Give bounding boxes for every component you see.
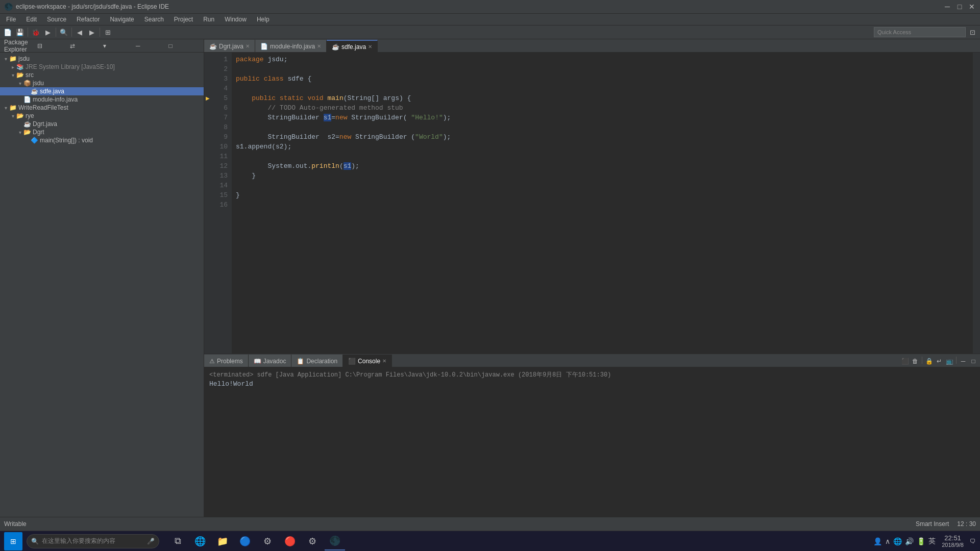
pkg-maximize-button[interactable]: □: [169, 42, 200, 49]
tree-item-jsdu-pkg[interactable]: ▾ 📦 jsdu: [0, 79, 204, 87]
quick-access-input[interactable]: Quick Access: [874, 27, 966, 37]
menu-refactor[interactable]: Refactor: [72, 15, 104, 24]
new-button[interactable]: 📄: [2, 27, 13, 38]
tab-sdfe[interactable]: ☕ sdfe.java ✕: [327, 40, 378, 52]
ln-5: 5: [211, 93, 228, 103]
tree-item-rye[interactable]: ▾ 📂 rye: [0, 112, 204, 120]
tree-item-src[interactable]: ▾ 📂 src: [0, 71, 204, 79]
console-clear-btn[interactable]: 🗑: [911, 357, 920, 366]
console-maximize-btn[interactable]: □: [969, 357, 978, 366]
back-button[interactable]: ◀: [74, 27, 85, 38]
collapse-all-button[interactable]: ⊟: [37, 42, 68, 49]
menu-source[interactable]: Source: [43, 15, 70, 24]
debug-button[interactable]: 🐞: [30, 27, 41, 38]
taskbar-ie-icon[interactable]: 🔵: [235, 532, 255, 550]
menu-search[interactable]: Search: [140, 15, 168, 24]
network-icon[interactable]: 🌐: [893, 537, 902, 545]
menu-window[interactable]: Window: [220, 15, 251, 24]
close-button[interactable]: ✕: [968, 3, 976, 11]
taskbar-explorer-icon[interactable]: 📁: [212, 532, 233, 550]
tree-item-dgrt-folder[interactable]: ▾ 📂 Dgrt: [0, 128, 204, 136]
tab-sdfe-close[interactable]: ✕: [368, 44, 372, 49]
dgrt-java-label: Dgrt.java: [33, 120, 57, 128]
save-button[interactable]: 💾: [14, 27, 26, 38]
menu-file[interactable]: File: [2, 15, 20, 24]
perspectives-btn[interactable]: ⊡: [967, 27, 978, 38]
pkg-menu-button[interactable]: ▾: [103, 42, 134, 49]
tab-dgrt-close[interactable]: ✕: [246, 43, 250, 49]
lang-indicator[interactable]: 英: [928, 537, 936, 546]
console-minimize-btn[interactable]: ─: [959, 357, 968, 366]
tab-console[interactable]: ⬛ Console ✕: [343, 355, 392, 367]
taskbar-eclipse-icon[interactable]: 🌑: [325, 532, 345, 550]
tree-item-writeread[interactable]: ▾ 📁 WriteReadFileTest: [0, 104, 204, 112]
tab-declaration[interactable]: 📋 Declaration: [291, 355, 343, 367]
console-word-wrap-btn[interactable]: ↵: [935, 357, 944, 366]
taskbar-app1-icon[interactable]: ⚙: [257, 532, 278, 550]
expand-arrow-dgrt[interactable]: ▾: [16, 130, 23, 135]
link-with-editor-button[interactable]: ⇄: [70, 42, 101, 49]
problems-icon: ⚠: [209, 358, 215, 365]
chevron-up-icon[interactable]: ∧: [885, 537, 890, 545]
person-icon[interactable]: 👤: [873, 537, 882, 545]
tab-module-close[interactable]: ✕: [317, 43, 321, 49]
writeread-project-icon: 📁: [9, 104, 17, 111]
search-button[interactable]: 🔍: [58, 27, 69, 38]
tree-item-module-info[interactable]: 📄 module-info.java: [0, 95, 204, 104]
expand-arrow-jsdu-pkg[interactable]: ▾: [16, 81, 23, 86]
maximize-button[interactable]: □: [955, 3, 964, 11]
project-icon: 📁: [9, 55, 17, 62]
tab-problems[interactable]: ⚠ Problems: [204, 355, 249, 367]
tab-sdfe-label: sdfe.java: [341, 43, 366, 51]
speaker-icon[interactable]: 🔊: [905, 537, 914, 545]
tab-declaration-label: Declaration: [306, 358, 337, 365]
taskbar-edge-icon[interactable]: 🌐: [190, 532, 210, 550]
tree-item-jsdu-project[interactable]: ▾ 📁 jsdu: [0, 55, 204, 63]
tab-console-close[interactable]: ✕: [382, 358, 386, 364]
ln-4: 4: [211, 84, 228, 93]
tab-sdfe-icon: ☕: [332, 43, 339, 51]
taskbar-search-box[interactable]: 🔍 在这里输入你要搜索的内容 🎤: [27, 534, 159, 548]
menu-run[interactable]: Run: [199, 15, 218, 24]
dgrt-java-icon: ☕: [23, 120, 31, 128]
expand-arrow-src[interactable]: ▾: [9, 72, 16, 78]
expand-arrow-jre[interactable]: ▸: [9, 64, 16, 70]
tree-item-jre-lib[interactable]: ▸ 📚 JRE System Library [JavaSE-10]: [0, 63, 204, 71]
tree-item-sdfe[interactable]: ☕ sdfe.java: [0, 87, 204, 95]
console-new-console-btn[interactable]: 📺: [945, 357, 954, 366]
pkg-minimize-button[interactable]: ─: [136, 42, 167, 49]
status-insert-mode: Smart Insert: [916, 520, 949, 528]
battery-icon[interactable]: 🔋: [917, 537, 925, 545]
menu-project[interactable]: Project: [170, 15, 197, 24]
package-explorer-title: Package Explorer: [4, 39, 35, 53]
ln-11: 11: [211, 152, 228, 161]
menu-help[interactable]: Help: [253, 15, 274, 24]
start-button[interactable]: ⊞: [4, 532, 22, 550]
forward-button[interactable]: ▶: [86, 27, 97, 38]
minimize-button[interactable]: ─: [943, 3, 951, 11]
tab-module[interactable]: 📄 module-info.java ✕: [255, 40, 327, 52]
menu-edit[interactable]: Edit: [22, 15, 41, 24]
window-title: eclipse-workspace - jsdu/src/jsdu/sdfe.j…: [16, 3, 943, 10]
expand-arrow-jsdu[interactable]: ▾: [2, 56, 9, 62]
run-button[interactable]: ▶: [42, 27, 54, 38]
taskbar-app2-icon[interactable]: 🔴: [280, 532, 300, 550]
code-editor-content[interactable]: package jsdu; public class sdfe { public…: [232, 53, 973, 354]
tree-item-main-method[interactable]: 🔷 main(String[]) : void: [0, 136, 204, 144]
system-icons: 👤 ∧ 🌐 🔊 🔋 英: [873, 537, 936, 546]
tree-item-dgrt-java[interactable]: ☕ Dgrt.java: [0, 120, 204, 128]
tab-dgrt[interactable]: ☕ Dgrt.java ✕: [204, 40, 255, 52]
expand-arrow-writeread[interactable]: ▾: [2, 105, 9, 111]
notification-icon[interactable]: 🗨: [970, 538, 976, 545]
console-scroll-lock-btn[interactable]: 🔒: [924, 357, 934, 366]
expand-arrow-rye[interactable]: ▾: [9, 113, 16, 119]
console-stop-btn[interactable]: ⬛: [900, 357, 910, 366]
tab-javadoc[interactable]: 📖 Javadoc: [249, 355, 292, 367]
tab-dgrt-label: Dgrt.java: [219, 43, 243, 50]
annot-1: [204, 55, 211, 64]
taskbar-settings-icon[interactable]: ⚙: [302, 532, 323, 550]
perspective-button[interactable]: ⊞: [102, 27, 113, 38]
taskbar-task-view[interactable]: ⧉: [167, 532, 188, 550]
menu-navigate[interactable]: Navigate: [106, 15, 138, 24]
taskbar-clock[interactable]: 22:51 2018/9/8: [942, 534, 964, 548]
